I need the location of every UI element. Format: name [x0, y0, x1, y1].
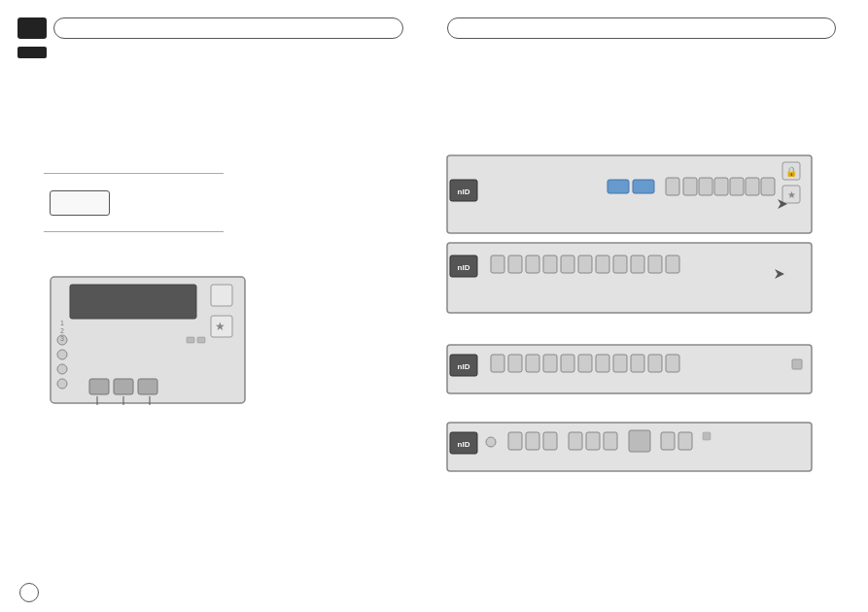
svg-rect-74 — [569, 432, 582, 450]
svg-rect-77 — [629, 430, 650, 452]
svg-rect-10 — [114, 379, 133, 394]
svg-rect-60 — [578, 355, 592, 372]
svg-rect-26 — [633, 180, 654, 193]
divider-bottom — [44, 231, 224, 232]
svg-text:🔒: 🔒 — [785, 165, 798, 178]
svg-rect-44 — [561, 255, 574, 273]
svg-rect-58 — [543, 355, 557, 372]
svg-rect-73 — [543, 432, 557, 450]
svg-rect-78 — [661, 432, 675, 450]
device-diagram-front: ★ 1 2 3 — [41, 267, 255, 413]
svg-text:nID: nID — [458, 263, 470, 272]
svg-rect-79 — [678, 432, 692, 450]
svg-rect-56 — [508, 355, 522, 372]
svg-rect-64 — [648, 355, 662, 372]
svg-rect-42 — [526, 255, 539, 273]
svg-rect-66 — [792, 359, 802, 369]
svg-rect-57 — [526, 355, 539, 372]
svg-text:★: ★ — [215, 320, 226, 333]
svg-rect-62 — [613, 355, 627, 372]
svg-text:nID: nID — [458, 440, 470, 449]
svg-rect-75 — [586, 432, 600, 450]
svg-rect-32 — [746, 178, 759, 195]
svg-rect-25 — [608, 180, 629, 193]
svg-text:2: 2 — [60, 327, 64, 334]
page-indicator-circle — [19, 583, 39, 602]
device-diagram-right-mid1: nID — [442, 340, 821, 398]
svg-rect-50 — [666, 255, 679, 273]
svg-text:★: ★ — [787, 189, 796, 200]
svg-point-70 — [486, 437, 496, 447]
svg-rect-43 — [543, 255, 557, 273]
svg-rect-59 — [561, 355, 574, 372]
svg-rect-30 — [714, 178, 728, 195]
svg-rect-48 — [631, 255, 644, 273]
svg-point-4 — [57, 350, 67, 359]
svg-point-5 — [57, 364, 67, 374]
svg-rect-55 — [491, 355, 504, 372]
svg-rect-28 — [683, 178, 697, 195]
divider-top — [44, 173, 224, 174]
svg-rect-11 — [138, 379, 157, 394]
svg-text:nID: nID — [458, 362, 470, 371]
svg-rect-65 — [666, 355, 679, 372]
svg-rect-63 — [631, 355, 644, 372]
svg-rect-72 — [526, 432, 539, 450]
device-diagram-right-top: 🔒 ★ nID nID — [442, 151, 821, 321]
svg-rect-8 — [197, 337, 205, 343]
svg-text:3: 3 — [60, 335, 64, 342]
svg-rect-61 — [596, 355, 609, 372]
svg-text:1: 1 — [60, 320, 64, 326]
svg-rect-45 — [578, 255, 592, 273]
svg-rect-71 — [508, 432, 522, 450]
svg-rect-49 — [648, 255, 662, 273]
svg-rect-27 — [666, 178, 679, 195]
left-tab-top — [17, 17, 47, 39]
svg-rect-9 — [89, 379, 109, 394]
svg-rect-41 — [508, 255, 522, 273]
svg-rect-76 — [604, 432, 617, 450]
svg-rect-7 — [187, 337, 194, 343]
svg-point-6 — [57, 379, 67, 389]
svg-rect-37 — [447, 243, 812, 313]
header-bar-left — [53, 17, 403, 39]
svg-rect-29 — [699, 178, 712, 195]
svg-rect-33 — [761, 178, 775, 195]
device-diagram-right-mid2: nID — [442, 418, 821, 476]
svg-rect-1 — [70, 285, 196, 319]
svg-rect-46 — [596, 255, 609, 273]
header-bar-right — [447, 17, 836, 39]
svg-rect-2 — [211, 285, 232, 306]
svg-rect-80 — [703, 432, 711, 440]
svg-rect-40 — [491, 255, 504, 273]
svg-text:nID: nID — [458, 187, 470, 196]
scan-button[interactable] — [50, 190, 110, 216]
svg-rect-47 — [613, 255, 627, 273]
svg-rect-31 — [730, 178, 744, 195]
left-tab-bottom — [17, 47, 47, 58]
